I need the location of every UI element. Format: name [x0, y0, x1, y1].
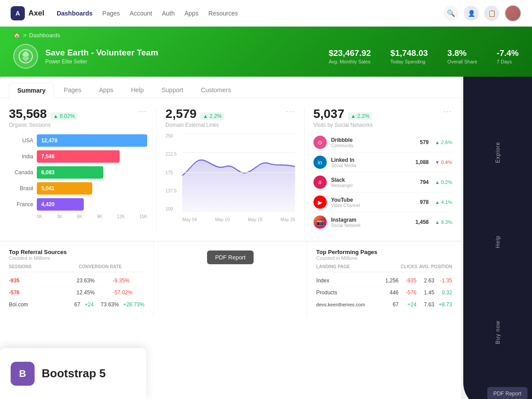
external-links-change: ▲ 2.2%: [200, 112, 224, 120]
social-item-dribbble: ⊙ Dribbble Community 579 ▲ 2.6%: [313, 133, 452, 153]
tab-pages[interactable]: Pages: [56, 83, 90, 98]
team-subtitle: Power Elite Seller: [45, 59, 158, 65]
social-section: 5,037 ▲ 2.2% Visits by Social Networks ·…: [305, 107, 452, 232]
organic-sessions-change: ▲ 8.02%: [51, 112, 78, 120]
team-name: Save Earth - Volunteer Team: [45, 48, 158, 58]
nav-dashboards[interactable]: Dashboards: [57, 10, 93, 17]
logo-icon: A: [11, 6, 25, 20]
pdf-report-dark-button[interactable]: PDF Report: [487, 387, 528, 399]
team-logo: [13, 44, 38, 69]
breadcrumb-home-icon: 🏠: [13, 32, 20, 39]
external-links-value: 2,579: [165, 107, 196, 121]
hero-stat-monthly-sales: $23,467.92 Avg. Monthly Sales: [329, 48, 371, 64]
breadcrumb-page: Dashboards: [29, 32, 60, 39]
search-icon[interactable]: 🔍: [443, 6, 458, 21]
links-menu-icon[interactable]: ···: [286, 107, 295, 116]
bootstrap-text: Bootstrap 5: [42, 367, 106, 380]
notification-icon[interactable]: 📋: [484, 6, 499, 21]
social-change: ▲ 2.2%: [348, 112, 372, 120]
sessions-menu-icon[interactable]: ···: [138, 107, 147, 116]
tab-support[interactable]: Support: [153, 83, 191, 98]
explore-button[interactable]: Explore: [491, 135, 505, 170]
nav-auth[interactable]: Auth: [162, 10, 175, 17]
user-icon[interactable]: 👤: [464, 6, 479, 21]
logo-name: Axel: [28, 9, 44, 18]
buy-now-button[interactable]: Buy now: [491, 313, 505, 351]
nav-pages[interactable]: Pages: [102, 10, 120, 17]
main-nav: Dashboards Pages Account Auth Apps Resou…: [57, 10, 238, 17]
social-item-youtube: ▶ YouTube Video Channel 978 ▲ 4.1%: [313, 192, 452, 212]
logo[interactable]: A Axel: [11, 6, 44, 20]
referral-section: Top Referral Sources Counted in Millions…: [0, 242, 154, 317]
social-label: Visits by Social Networks: [313, 122, 373, 128]
pdf-report-button[interactable]: PDF Report: [207, 250, 254, 264]
tab-customers[interactable]: Customers: [193, 83, 239, 98]
nav-apps[interactable]: Apps: [184, 10, 199, 17]
hero-stat-overall-share: 3.8% Overall Share: [447, 48, 477, 64]
social-value: 5,037: [313, 107, 344, 121]
social-menu-icon[interactable]: ···: [443, 107, 452, 116]
social-item-linkedin: in Linked In Social Media 1,088 ▼ 0.4%: [313, 153, 452, 172]
hero-stat-7days: -7.4% 7 Days: [497, 48, 519, 64]
social-item-slack: # Slack Messanger 794 ▲ 0.2%: [313, 172, 452, 192]
organic-sessions-section: 35,568 ▲ 8.02% Organic Sessions ··· USA …: [9, 107, 156, 232]
organic-sessions-value: 35,568: [9, 107, 47, 121]
tab-summary[interactable]: Summary: [9, 83, 54, 98]
bar-chart: USA 12,478 India 7,546 Canada 6,083 Br: [9, 134, 147, 219]
breadcrumb-separator: >: [23, 32, 27, 39]
top-pages-section: Top Performing Pages Counted in Millions…: [307, 242, 461, 317]
nav-account[interactable]: Account: [130, 10, 153, 17]
external-links-section: 2,579 ▲ 2.2% Domain External Links ··· 2…: [156, 107, 304, 232]
tab-apps[interactable]: Apps: [91, 83, 121, 98]
tab-help[interactable]: Help: [123, 83, 152, 98]
social-item-instagram: 📷 Instagram Social Network 1,458 ▲ 8.3%: [313, 212, 452, 232]
help-button[interactable]: Help: [491, 228, 505, 255]
bootstrap-icon: B: [11, 362, 35, 386]
pdf-report-section: PDF Report: [154, 242, 308, 317]
nav-resources[interactable]: Resources: [208, 10, 238, 17]
avatar[interactable]: [505, 5, 521, 22]
hero-stat-today-spending: $1,748.03 Today Spending: [391, 48, 428, 64]
organic-sessions-label: Organic Sessions: [9, 122, 78, 128]
breadcrumb: 🏠 > Dashboards: [13, 32, 519, 39]
external-links-label: Domain External Links: [165, 122, 224, 128]
